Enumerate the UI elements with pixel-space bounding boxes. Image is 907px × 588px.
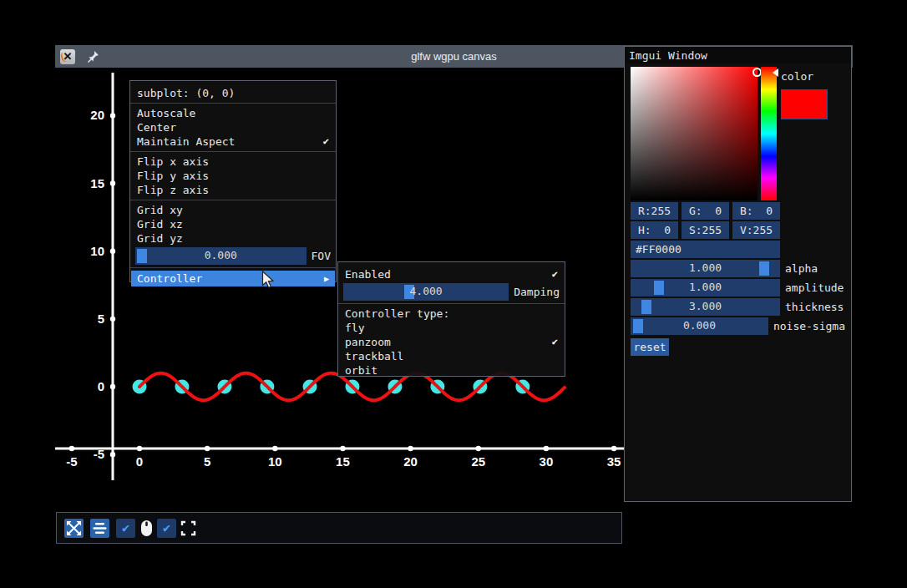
menu-item-controller[interactable]: Controller ▶ bbox=[131, 271, 335, 286]
color-label: color bbox=[781, 70, 828, 83]
mouse-icon bbox=[136, 519, 155, 538]
hue-cursor-icon[interactable] bbox=[773, 68, 778, 77]
menu-item-grid-xz[interactable]: Grid xz bbox=[130, 217, 336, 231]
svg-text:15: 15 bbox=[90, 176, 104, 190]
menu-item-enabled[interactable]: Enabled✔ bbox=[338, 267, 565, 281]
menu-item-panzoom[interactable]: panzoom✔ bbox=[338, 335, 565, 349]
green-field[interactable]: G: 0 bbox=[682, 202, 729, 220]
svg-text:5: 5 bbox=[204, 454, 210, 469]
controller-type-header: Controller type: bbox=[338, 307, 565, 321]
menu-item-flip-z[interactable]: Flip z axis bbox=[130, 183, 336, 197]
noise-sigma-slider[interactable]: 0.000 bbox=[631, 317, 768, 335]
checkbox-checked-icon[interactable]: ✔ bbox=[116, 519, 135, 538]
subplot-context-menu: subplot: (0, 0) Autoscale Center Maintai… bbox=[129, 80, 337, 282]
imgui-titlebar[interactable]: Imgui Window bbox=[625, 47, 851, 63]
amplitude-label: amplitude bbox=[785, 281, 844, 294]
checkmark-icon: ✔ bbox=[323, 134, 329, 149]
separator bbox=[130, 151, 336, 152]
svg-text:10: 10 bbox=[268, 454, 282, 469]
svg-text:20: 20 bbox=[403, 454, 418, 469]
hue-bar[interactable] bbox=[761, 67, 777, 200]
separator bbox=[338, 303, 565, 304]
hue-field[interactable]: H: 0 bbox=[631, 221, 678, 239]
svg-text:-5: -5 bbox=[66, 454, 77, 469]
menu-item-autoscale[interactable]: Autoscale bbox=[130, 106, 336, 120]
imgui-window-title: Imgui Window bbox=[629, 49, 707, 62]
svg-text:15: 15 bbox=[336, 454, 350, 469]
menu-item-flip-y[interactable]: Flip y axis bbox=[130, 169, 336, 183]
amplitude-slider[interactable]: 1.000 bbox=[631, 279, 780, 297]
menu-item-maintain-aspect[interactable]: Maintain Aspect✔ bbox=[130, 134, 336, 149]
color-swatch[interactable] bbox=[781, 89, 828, 119]
fov-slider[interactable]: 0.000 bbox=[135, 247, 307, 265]
svg-text:35: 35 bbox=[607, 454, 621, 469]
fov-label: FOV bbox=[312, 250, 331, 262]
red-field[interactable]: R:255 bbox=[631, 202, 678, 220]
alpha-slider[interactable]: 1.000 bbox=[631, 260, 780, 277]
svg-text:-5: -5 bbox=[94, 447, 104, 461]
svg-text:10: 10 bbox=[90, 244, 104, 258]
menu-item-grid-yz[interactable]: Grid yz bbox=[130, 231, 336, 246]
svg-text:5: 5 bbox=[98, 312, 104, 326]
imgui-window: Imgui Window color R:255 G: 0 B: 0 bbox=[624, 46, 852, 502]
separator bbox=[130, 267, 336, 268]
autoscale-expand-arrows-icon[interactable] bbox=[64, 519, 84, 538]
saturation-value-picker[interactable] bbox=[631, 67, 758, 200]
menu-header: subplot: (0, 0) bbox=[130, 86, 336, 100]
fullscreen-brackets-icon[interactable] bbox=[179, 519, 198, 538]
thickness-label: thickness bbox=[785, 301, 844, 313]
menu-item-grid-xy[interactable]: Grid xy bbox=[130, 203, 336, 217]
noise-sigma-label: noise-sigma bbox=[773, 320, 845, 332]
center-lines-icon[interactable] bbox=[90, 519, 109, 538]
saturation-field[interactable]: S:255 bbox=[682, 221, 729, 239]
plot-toolbar: ✔ ✔ bbox=[56, 512, 622, 544]
submenu-arrow-icon: ▶ bbox=[324, 274, 329, 283]
menu-item-trackball[interactable]: trackball bbox=[338, 349, 565, 363]
svg-text:20: 20 bbox=[90, 108, 104, 122]
controller-submenu: Enabled✔ 4.000 Damping Controller type: … bbox=[337, 261, 565, 377]
separator bbox=[130, 103, 336, 104]
mouse-cursor bbox=[261, 271, 276, 289]
menu-item-fly[interactable]: fly bbox=[338, 321, 565, 335]
svg-text:25: 25 bbox=[471, 454, 485, 469]
blue-field[interactable]: B: 0 bbox=[732, 202, 780, 220]
menu-item-orbit[interactable]: orbit bbox=[338, 363, 565, 378]
menu-item-flip-x[interactable]: Flip x axis bbox=[130, 155, 336, 169]
checkmark-icon: ✔ bbox=[552, 267, 558, 281]
svg-text:30: 30 bbox=[540, 454, 554, 469]
damping-slider[interactable]: 4.000 bbox=[343, 283, 509, 301]
menu-item-center[interactable]: Center bbox=[130, 120, 336, 134]
checkbox-checked-icon[interactable]: ✔ bbox=[157, 519, 176, 538]
svg-text:0: 0 bbox=[136, 454, 143, 469]
thickness-slider[interactable]: 3.000 bbox=[631, 298, 780, 316]
value-field[interactable]: V:255 bbox=[732, 221, 780, 239]
checkmark-icon: ✔ bbox=[552, 335, 558, 349]
svg-text:0: 0 bbox=[98, 379, 104, 393]
hex-field[interactable]: #FF0000 bbox=[631, 241, 780, 258]
separator bbox=[130, 200, 336, 200]
reset-button[interactable]: reset bbox=[631, 338, 669, 356]
damping-label: Damping bbox=[514, 286, 560, 298]
alpha-label: alpha bbox=[785, 262, 818, 275]
